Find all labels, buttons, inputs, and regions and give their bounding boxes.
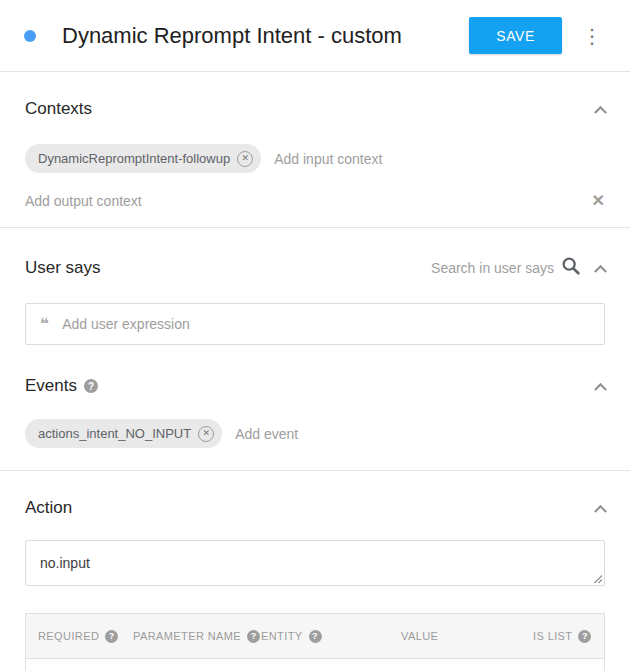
event-chip-label: actions_intent_NO_INPUT — [38, 426, 191, 441]
more-options-icon[interactable]: ⋮ — [578, 22, 606, 50]
input-context-chip: DynamicRepromptIntent-followup ✕ — [25, 144, 261, 173]
action-input-box — [25, 540, 605, 586]
parameters-header-row: REQUIRED ? PARAMETER NAME ? ENTITY ? VAL… — [26, 614, 604, 659]
events-help-icon[interactable]: ? — [84, 379, 98, 393]
required-header: REQUIRED — [38, 630, 99, 642]
action-name-field[interactable] — [40, 555, 590, 571]
entity-header: ENTITY — [261, 630, 303, 642]
action-title: Action — [25, 498, 72, 518]
save-button[interactable]: SAVE — [469, 17, 562, 54]
action-section: Action — [25, 498, 605, 586]
search-icon[interactable] — [560, 255, 582, 281]
is-list-help-icon[interactable]: ? — [578, 630, 591, 643]
collapse-contexts-chevron-icon[interactable] — [594, 105, 607, 118]
user-says-section: User says ❝ — [25, 255, 605, 345]
value-header: VALUE — [401, 630, 438, 642]
parameter-row — [26, 659, 604, 671]
user-expression-box: ❝ — [25, 303, 605, 345]
add-output-context-field[interactable] — [25, 193, 592, 209]
event-chip: actions_intent_NO_INPUT ✕ — [25, 419, 222, 448]
add-event-field[interactable] — [235, 426, 605, 442]
intent-editor: Dynamic Reprompt Intent - custom SAVE ⋮ … — [0, 0, 630, 671]
contexts-section: Contexts DynamicRepromptIntent-followup … — [25, 99, 605, 228]
collapse-user-says-chevron-icon[interactable] — [594, 264, 607, 277]
user-says-title: User says — [25, 258, 101, 278]
add-input-context-field[interactable] — [274, 151, 605, 167]
required-help-icon[interactable]: ? — [105, 630, 118, 643]
contexts-title: Contexts — [25, 99, 92, 119]
events-section: Events ? actions_intent_NO_INPUT ✕ — [25, 376, 605, 471]
search-user-says-input[interactable] — [408, 260, 554, 276]
remove-input-context-icon[interactable]: ✕ — [237, 151, 253, 167]
remove-event-icon[interactable]: ✕ — [198, 426, 214, 442]
parameter-name-header: PARAMETER NAME — [133, 630, 241, 642]
collapse-events-chevron-icon[interactable] — [594, 382, 607, 395]
add-user-expression-field[interactable] — [62, 316, 590, 332]
quote-icon: ❝ — [40, 316, 49, 333]
main-content: Contexts DynamicRepromptIntent-followup … — [0, 99, 630, 671]
is-list-header: IS LIST — [533, 630, 572, 642]
close-icon: ✕ — [202, 429, 210, 438]
events-title: Events — [25, 376, 77, 396]
clear-output-context-icon[interactable]: ✕ — [592, 193, 605, 209]
close-icon: ✕ — [241, 154, 249, 163]
page-title: Dynamic Reprompt Intent - custom — [62, 23, 402, 49]
input-context-chip-label: DynamicRepromptIntent-followup — [38, 151, 230, 166]
entity-help-icon[interactable]: ? — [309, 630, 322, 643]
intent-status-dot — [24, 30, 36, 42]
header: Dynamic Reprompt Intent - custom SAVE ⋮ — [0, 0, 630, 72]
collapse-action-chevron-icon[interactable] — [594, 504, 607, 517]
resize-handle[interactable] — [592, 573, 602, 583]
parameters-table: REQUIRED ? PARAMETER NAME ? ENTITY ? VAL… — [25, 613, 605, 671]
